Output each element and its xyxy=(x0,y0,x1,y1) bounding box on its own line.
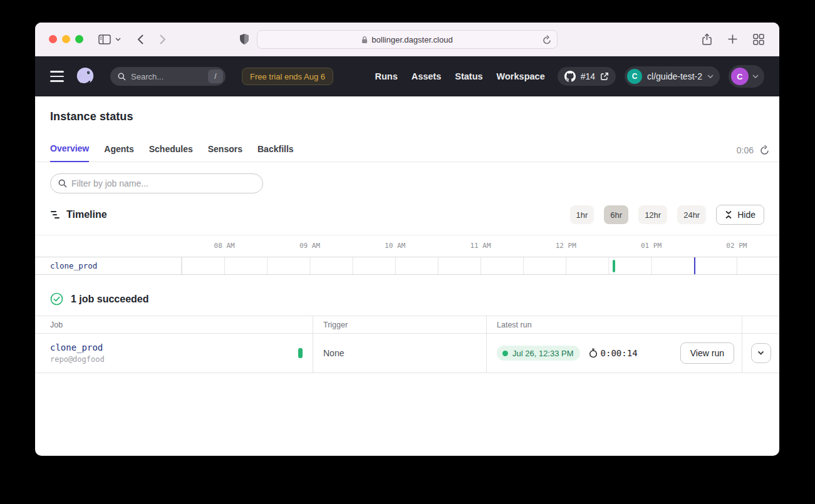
url-text: bollinger.dagster.cloud xyxy=(371,35,452,44)
traffic-lights xyxy=(49,35,83,43)
col-actions xyxy=(742,316,779,333)
back-button[interactable] xyxy=(137,34,144,45)
jobs-table: Job Trigger Latest run clone_prod repo@d… xyxy=(35,316,779,373)
trial-badge[interactable]: Free trial ends Aug 6 xyxy=(242,68,333,85)
job-repo: repo@dogfood xyxy=(50,355,105,364)
new-tab-icon[interactable] xyxy=(727,34,738,44)
tab-sensors[interactable]: Sensors xyxy=(208,139,242,162)
row-actions-button[interactable] xyxy=(751,343,771,363)
top-nav: Runs Assets Status Workspace xyxy=(375,71,544,81)
axis-tick: 09 AM xyxy=(299,242,320,250)
github-icon xyxy=(564,71,576,82)
trigger-cell: None xyxy=(313,334,487,373)
page-title: Instance status xyxy=(50,110,764,123)
axis-tick: 11 AM xyxy=(470,242,491,250)
view-run-button[interactable]: View run xyxy=(680,342,734,364)
workspace-avatar: C xyxy=(627,69,642,84)
table-row: clone_prod repo@dogfood None Jul 26, 12:… xyxy=(35,334,779,373)
stopwatch-icon xyxy=(589,348,598,358)
menu-icon[interactable] xyxy=(50,71,64,82)
sidebar-toggle-icon[interactable] xyxy=(98,34,111,44)
timeline-lane: clone_prod xyxy=(35,257,779,275)
range-6hr-button[interactable]: 6hr xyxy=(604,205,628,224)
timeline-axis: 08 AM 09 AM 10 AM 11 AM 12 PM 01 PM 02 P… xyxy=(182,242,779,252)
timeline-header: Timeline 1hr 6hr 12hr 24hr Hide xyxy=(50,205,764,225)
lane-job-label[interactable]: clone_prod xyxy=(35,257,182,274)
chevron-down-icon xyxy=(707,75,714,79)
github-pr-badge[interactable]: #14 xyxy=(558,67,616,86)
nav-workspace[interactable]: Workspace xyxy=(497,71,545,81)
current-time-line xyxy=(694,257,695,274)
success-dot-icon xyxy=(502,351,508,356)
timeline-chart: 08 AM 09 AM 10 AM 11 AM 12 PM 01 PM 02 P… xyxy=(35,235,779,275)
browser-window: bollinger.dagster.cloud xyxy=(35,23,779,456)
summary-text: 1 job succeeded xyxy=(71,294,149,305)
pr-number: #14 xyxy=(581,71,595,81)
workspace-switcher[interactable]: C cl/guide-test-2 xyxy=(625,66,720,86)
tab-bar: Overview Agents Schedules Sensors Backfi… xyxy=(35,138,779,162)
chevron-down-icon xyxy=(752,75,759,79)
close-window-button[interactable] xyxy=(49,35,57,43)
refresh-icon[interactable] xyxy=(760,145,769,155)
user-menu[interactable]: C xyxy=(729,65,764,88)
user-avatar: C xyxy=(731,68,749,85)
lane-grid xyxy=(182,257,779,274)
latest-run-cell: Jul 26, 12:33 PM 0:00:14 View run xyxy=(487,334,742,373)
zoom-window-button[interactable] xyxy=(75,35,83,43)
axis-tick: 02 PM xyxy=(726,242,747,250)
sidebar-chevron-icon[interactable] xyxy=(115,38,121,41)
forward-button[interactable] xyxy=(159,34,166,45)
job-link[interactable]: clone_prod xyxy=(50,342,105,352)
run-duration: 0:00:14 xyxy=(601,348,638,358)
timeline-title: Timeline xyxy=(66,209,107,220)
hide-label: Hide xyxy=(737,210,755,220)
global-search[interactable]: Search... / xyxy=(110,67,226,86)
tab-overview-icon[interactable] xyxy=(753,34,764,45)
app-header: Search... / Free trial ends Aug 6 Runs A… xyxy=(35,56,779,96)
minimize-window-button[interactable] xyxy=(62,35,70,43)
tab-agents[interactable]: Agents xyxy=(104,139,133,162)
privacy-shield-icon[interactable] xyxy=(239,33,249,46)
range-24hr-button[interactable]: 24hr xyxy=(677,205,706,224)
run-timestamp: Jul 26, 12:33 PM xyxy=(512,349,574,358)
axis-tick: 01 PM xyxy=(641,242,662,250)
tab-schedules[interactable]: Schedules xyxy=(149,139,193,162)
collapse-icon xyxy=(725,210,732,219)
axis-tick: 12 PM xyxy=(556,242,576,250)
table-header: Job Trigger Latest run xyxy=(35,316,779,334)
range-12hr-button[interactable]: 12hr xyxy=(638,205,667,224)
share-icon[interactable] xyxy=(702,33,712,46)
search-icon xyxy=(118,73,126,81)
main-content: Instance status Overview Agents Schedule… xyxy=(35,96,779,373)
tab-overview[interactable]: Overview xyxy=(50,138,89,162)
job-health-bar[interactable] xyxy=(298,348,303,358)
external-link-icon xyxy=(600,72,609,81)
check-circle-icon xyxy=(50,292,63,306)
hide-timeline-button[interactable]: Hide xyxy=(716,205,764,225)
search-shortcut-key: / xyxy=(208,69,223,83)
run-marker[interactable] xyxy=(613,260,615,272)
run-status-pill[interactable]: Jul 26, 12:33 PM xyxy=(497,346,580,361)
col-trigger: Trigger xyxy=(313,316,487,333)
axis-tick: 10 AM xyxy=(385,242,405,250)
nav-runs[interactable]: Runs xyxy=(375,71,397,81)
browser-chrome: bollinger.dagster.cloud xyxy=(35,23,779,56)
dagster-logo[interactable] xyxy=(75,66,95,86)
job-filter-input[interactable] xyxy=(71,178,255,188)
search-icon xyxy=(58,179,67,188)
reload-icon[interactable] xyxy=(542,35,551,45)
refresh-countdown: 0:06 xyxy=(737,145,754,155)
chevron-down-icon xyxy=(757,351,764,356)
col-job: Job xyxy=(35,316,313,333)
address-bar[interactable]: bollinger.dagster.cloud xyxy=(257,30,558,49)
workspace-name: cl/guide-test-2 xyxy=(647,71,702,81)
nav-assets[interactable]: Assets xyxy=(412,71,442,81)
search-placeholder: Search... xyxy=(131,72,203,81)
nav-status[interactable]: Status xyxy=(455,71,482,81)
summary-row: 1 job succeeded xyxy=(35,292,779,306)
tab-backfills[interactable]: Backfills xyxy=(257,139,294,162)
range-1hr-button[interactable]: 1hr xyxy=(570,205,594,224)
axis-tick: 08 AM xyxy=(214,242,235,250)
job-filter[interactable] xyxy=(50,173,263,193)
tls-lock-icon xyxy=(361,36,368,44)
